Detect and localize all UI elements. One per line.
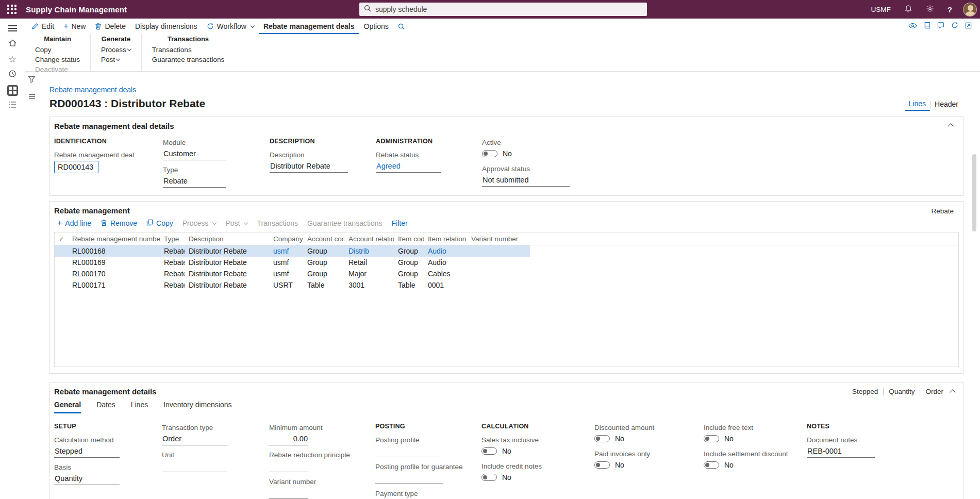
transactions-button[interactable]: Transactions xyxy=(152,46,224,54)
column-header-variant-number[interactable]: Variant number xyxy=(467,235,530,243)
copy-button[interactable]: Copy xyxy=(35,46,80,54)
tab-general[interactable]: General xyxy=(54,401,81,413)
paid-invoices-only-toggle[interactable]: No xyxy=(594,461,624,469)
post-button[interactable]: Post xyxy=(101,56,131,63)
user-avatar[interactable] xyxy=(963,3,977,16)
active-toggle[interactable]: No xyxy=(482,149,512,158)
posting-profile-field[interactable] xyxy=(375,446,443,457)
tab-dates[interactable]: Dates xyxy=(96,401,115,413)
tab-inventory-dimensions[interactable]: Inventory dimensions xyxy=(163,401,231,413)
column-header-company[interactable]: Company xyxy=(269,235,303,243)
refresh-button[interactable] xyxy=(951,22,958,31)
gear-icon xyxy=(926,5,934,14)
table-row[interactable]: RL000170 Rebate Distributor Rebate usmf … xyxy=(55,268,530,279)
unit-field[interactable] xyxy=(162,461,227,472)
breadcrumb[interactable]: Rebate management deals xyxy=(49,86,136,94)
toc-pane-button[interactable] xyxy=(28,92,36,102)
chevron-down-icon xyxy=(116,57,120,61)
table-row[interactable]: RL000171 Rebate Distributor Rebate USRT … xyxy=(55,279,530,291)
waffle-menu-button[interactable] xyxy=(0,0,24,19)
command-bar: Edit + New Delete Display dimensions Wor… xyxy=(25,19,980,34)
type-field[interactable]: Rebate xyxy=(163,176,226,188)
global-search[interactable] xyxy=(359,3,647,16)
section-title[interactable]: Rebate management xyxy=(50,202,963,218)
rebate-status-link[interactable]: Agreed xyxy=(376,161,441,173)
tab-rebate-management-deals[interactable]: Rebate management deals xyxy=(259,19,359,34)
cell-number[interactable]: RL000169 xyxy=(68,258,160,267)
section-title[interactable]: Rebate management deal details xyxy=(50,117,963,134)
column-header-item-relation[interactable]: Item relation xyxy=(424,235,467,243)
cell-account-relation-link[interactable]: Distrib xyxy=(344,247,394,255)
column-header-description[interactable]: Description xyxy=(185,235,269,243)
vertical-scrollbar[interactable] xyxy=(972,154,976,231)
filter-button[interactable]: Filter xyxy=(392,219,408,227)
guarantee-transactions-button[interactable]: Guarantee transactions xyxy=(152,56,224,63)
notifications-button[interactable] xyxy=(898,0,919,19)
description-field[interactable]: Distributor Rebate xyxy=(270,161,348,173)
favorites-button[interactable]: ☆ xyxy=(0,52,25,67)
section-title[interactable]: Rebate management details xyxy=(50,382,963,399)
cell-number[interactable]: RL000170 xyxy=(68,270,160,278)
open-in-new-window-button[interactable] xyxy=(965,22,972,31)
modules-button[interactable] xyxy=(0,82,25,98)
column-header-type[interactable]: Type xyxy=(160,235,185,243)
transaction-type-field[interactable]: Order xyxy=(162,434,227,445)
column-header-number[interactable]: Rebate management number↑ xyxy=(68,235,160,243)
variant-number-field[interactable] xyxy=(269,488,308,499)
table-row[interactable]: RL000168 Rebate Distributor Rebate usmf … xyxy=(55,245,530,257)
discounted-amount-toggle[interactable]: No xyxy=(594,435,624,443)
collapse-section-icon[interactable] xyxy=(950,389,955,395)
post-button[interactable]: Post xyxy=(225,219,247,227)
cell-company-link[interactable]: usmf xyxy=(269,247,303,255)
approval-status-field[interactable]: Not submitted xyxy=(482,175,570,187)
guarantee-transactions-button[interactable]: Guarantee transactions xyxy=(307,219,383,227)
copy-button[interactable]: Copy xyxy=(146,219,173,227)
column-header-item-code[interactable]: Item code xyxy=(394,235,424,243)
minimum-amount-field[interactable]: 0.00 xyxy=(269,434,308,445)
rebate-management-deal-input[interactable] xyxy=(54,161,98,173)
cell-item-relation-link[interactable]: Audio xyxy=(424,247,467,255)
cell-number[interactable]: RL000171 xyxy=(68,281,160,289)
help-button[interactable]: ? xyxy=(941,0,959,19)
company-picker-button[interactable]: USMF xyxy=(865,0,898,19)
new-button[interactable]: + New xyxy=(59,19,90,34)
options-button[interactable]: Options xyxy=(359,19,393,34)
table-row[interactable]: RL000169 Rebate Distributor Rebate usmf … xyxy=(55,257,530,268)
basis-field[interactable]: Quantity xyxy=(54,473,120,485)
settings-button[interactable] xyxy=(919,0,941,19)
column-header-account-relation[interactable]: Account relation xyxy=(344,235,394,243)
document-notes-field[interactable]: REB-0001 xyxy=(807,446,875,458)
cell-number[interactable]: RL000168 xyxy=(68,247,160,255)
rebate-reduction-field[interactable] xyxy=(269,461,308,472)
module-field[interactable]: Customer xyxy=(163,148,226,160)
process-button[interactable]: Process xyxy=(182,219,217,227)
task-guide-button[interactable] xyxy=(924,22,931,31)
workflow-button[interactable]: Workflow xyxy=(202,19,259,34)
edit-button[interactable]: Edit xyxy=(27,19,59,34)
sales-tax-inclusive-toggle[interactable]: No xyxy=(481,447,511,455)
copilot-chat-button[interactable] xyxy=(937,22,944,31)
display-dimensions-button[interactable]: Display dimensions xyxy=(130,19,202,34)
column-header-account-code[interactable]: Account code xyxy=(303,235,344,243)
filter-pane-button[interactable] xyxy=(28,76,36,85)
delete-button[interactable]: Delete xyxy=(90,19,130,34)
home-button[interactable] xyxy=(0,36,25,52)
posting-profile-guarantee-field[interactable] xyxy=(375,473,443,484)
commandbar-search-button[interactable] xyxy=(393,19,409,34)
include-credit-notes-toggle[interactable]: No xyxy=(481,473,511,481)
recent-button[interactable] xyxy=(0,67,25,82)
change-status-button[interactable]: Change status xyxy=(35,56,80,63)
select-all-cell[interactable]: ✓ xyxy=(55,235,68,243)
add-line-button[interactable]: + Add line xyxy=(57,219,91,228)
view-insights-button[interactable] xyxy=(908,22,917,31)
tab-lines[interactable]: Lines xyxy=(131,401,148,413)
search-input[interactable] xyxy=(375,5,642,13)
workspaces-button[interactable] xyxy=(0,98,25,113)
transactions-button[interactable]: Transactions xyxy=(257,219,298,227)
process-button[interactable]: Process xyxy=(101,46,131,54)
remove-button[interactable]: Remove xyxy=(101,219,137,228)
nav-menu-button[interactable] xyxy=(0,21,25,36)
include-free-text-toggle[interactable]: No xyxy=(704,435,734,443)
include-settlement-discount-toggle[interactable]: No xyxy=(704,461,734,469)
calculation-method-field[interactable]: Stepped xyxy=(54,446,120,458)
